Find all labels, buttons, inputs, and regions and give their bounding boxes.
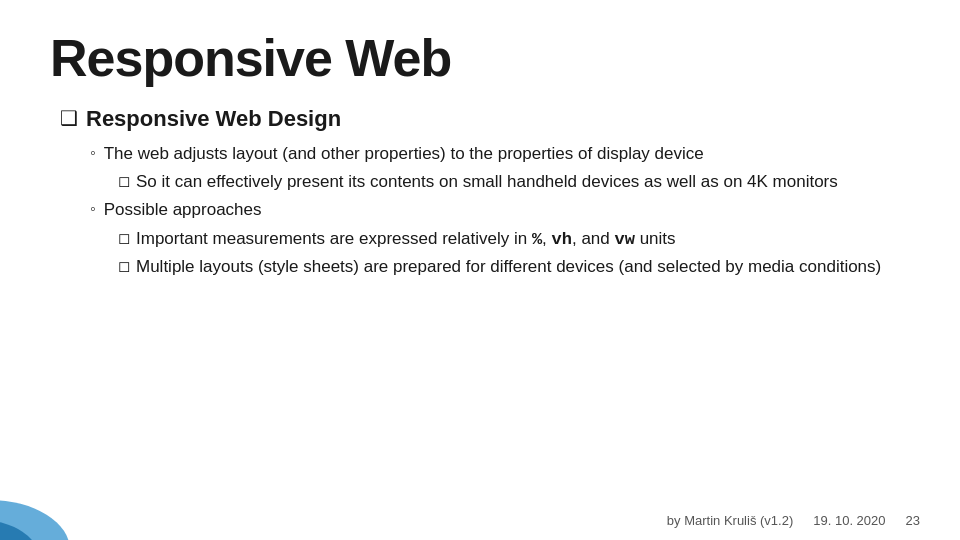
footer: by Martin Kruliš (v1.2) 19. 10. 2020 23 [667, 513, 920, 528]
level1-label: Responsive Web Design [86, 105, 341, 134]
level3-text-multiple: Multiple layouts (style sheets) are prep… [136, 255, 881, 280]
level2-bullet-1: ◦ [90, 144, 96, 162]
level3-items-1: ◻ So it can effectively present its cont… [90, 170, 910, 195]
level2-text-possible: Possible approaches [104, 198, 262, 223]
level2-item-adjusts: ◦ The web adjusts layout (and other prop… [90, 142, 910, 167]
level3-item-so: ◻ So it can effectively present its cont… [118, 170, 910, 195]
level1-bullet: ❑ [60, 106, 78, 130]
level2-item-possible: ◦ Possible approaches [90, 198, 910, 223]
level3-text-so: So it can effectively present its conten… [136, 170, 838, 195]
footer-date: 19. 10. 2020 [813, 513, 885, 528]
level3-item-measurements: ◻ Important measurements are expressed r… [118, 227, 910, 253]
level3-item-multiple: ◻ Multiple layouts (style sheets) are pr… [118, 255, 910, 280]
sub-items-rwd: ◦ The web adjusts layout (and other prop… [60, 142, 910, 280]
level3-bullet-so: ◻ [118, 172, 130, 190]
footer-author: by Martin Kruliš (v1.2) [667, 513, 793, 528]
slide: Responsive Web ❑ Responsive Web Design ◦… [0, 0, 960, 540]
level3-text-measurements: Important measurements are expressed rel… [136, 227, 676, 253]
mono-vh: vh [552, 230, 572, 249]
mono-percent: % [532, 230, 542, 249]
footer-page: 23 [906, 513, 920, 528]
level1-item-rwd: ❑ Responsive Web Design [60, 105, 910, 134]
content-area: ❑ Responsive Web Design ◦ The web adjust… [50, 105, 910, 280]
level2-bullet-2: ◦ [90, 200, 96, 218]
corner-decoration [0, 460, 110, 540]
level3-bullet-meas: ◻ [118, 229, 130, 247]
slide-title: Responsive Web [50, 30, 910, 87]
level3-bullet-mult: ◻ [118, 257, 130, 275]
mono-vw: vw [615, 230, 635, 249]
level3-items-2: ◻ Important measurements are expressed r… [90, 227, 910, 280]
level2-text-adjusts: The web adjusts layout (and other proper… [104, 142, 704, 167]
